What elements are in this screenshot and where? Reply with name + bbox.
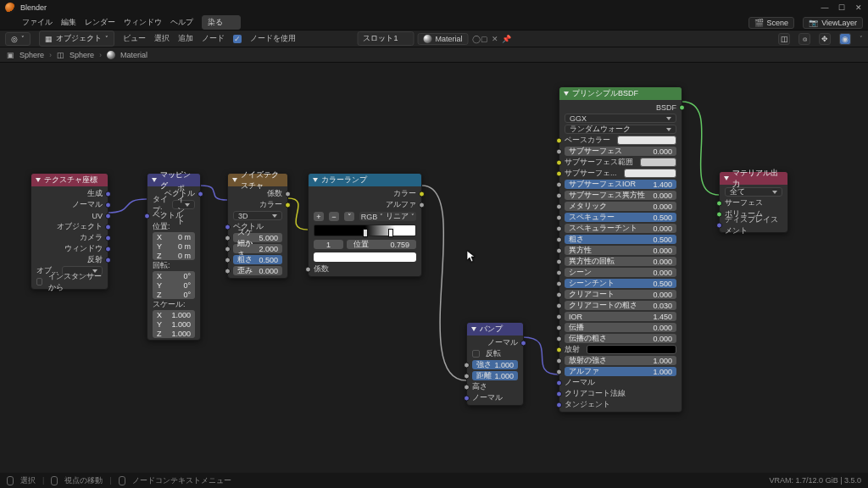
window-min-button[interactable]: — — [821, 3, 829, 12]
menu-window[interactable]: ウィンドウ — [124, 17, 162, 28]
field-スペキュラー[interactable]: スペキュラー0.500 — [559, 212, 682, 223]
field-スペキュラーチント[interactable]: スペキュラーチント0.000 — [559, 223, 682, 234]
node-color-ramp[interactable]: カラーランプ カラー アルファ + − ˅ RGB˅リニア˅ 1 位置0.759… — [308, 173, 422, 277]
node-bump[interactable]: バンプ ノーマル 反転 強さ1.000 距離1.000 高さ ノーマル — [466, 322, 524, 406]
color-swatch[interactable] — [617, 136, 676, 145]
socket-out-color[interactable]: カラー — [228, 199, 287, 210]
mapping-type-select[interactable]: タイプ:ポイント — [147, 199, 200, 210]
workspace-tab[interactable]: 染る — [202, 15, 241, 30]
collapse-icon[interactable] — [724, 176, 729, 180]
material-user-icon[interactable]: ◯▢ — [472, 35, 488, 43]
menu-help[interactable]: ヘルプ — [170, 17, 193, 28]
material-slot-select[interactable]: スロット1 — [357, 31, 414, 46]
menu-node[interactable]: ノード — [202, 33, 225, 44]
ramp-stop[interactable] — [363, 229, 368, 237]
collapse-icon[interactable] — [564, 92, 569, 96]
socket-in-normal[interactable]: ノーマル — [559, 377, 682, 388]
object-mode-button[interactable]: ▦オブジェクト˅ — [39, 30, 114, 47]
node-canvas[interactable]: テクスチャ座標 生成 ノーマル UV オブジェクト カメラ ウィンドウ 反射 オ… — [0, 63, 868, 473]
field-異方性の回転[interactable]: 異方性の回転0.000 — [559, 256, 682, 267]
ramp-position-field[interactable]: 位置0.759 — [347, 240, 416, 249]
socket-out-bsdf[interactable]: BSDF — [559, 102, 682, 113]
use-nodes-checkbox[interactable]: ✓ — [233, 35, 242, 43]
menu-select[interactable]: 選択 — [154, 33, 170, 44]
socket-in-base-color[interactable]: ベースカラー — [559, 135, 682, 146]
socket-out-factor[interactable]: 係数 — [228, 188, 287, 199]
socket-out-window[interactable]: ウィンドウ — [31, 243, 108, 254]
socket-out-uv[interactable]: UV — [31, 210, 108, 221]
target-select[interactable]: 全て — [720, 186, 787, 197]
location-vector[interactable]: X0 m Y0 m Z0 m — [147, 232, 200, 260]
collapse-icon[interactable] — [232, 178, 237, 182]
socket-out-generated[interactable]: 生成 — [31, 188, 108, 199]
window-max-button[interactable]: ☐ — [837, 3, 846, 12]
crumb-material[interactable]: Material — [120, 51, 147, 59]
collapse-icon[interactable] — [152, 178, 157, 182]
menu-edit[interactable]: 編集 — [61, 17, 76, 28]
node-noise-texture[interactable]: ノイズテクスチャ 係数 カラー 3D ベクトル スケール5.000 細かさ2.0… — [227, 173, 288, 279]
ramp-remove-button[interactable]: − — [329, 212, 339, 221]
socket-in-displacement[interactable]: ディスプレイスメント — [720, 219, 787, 230]
material-close-icon[interactable]: ✕ — [492, 35, 498, 43]
field-roughness[interactable]: 粗さ0.500 — [228, 254, 287, 265]
from-instancer-checkbox[interactable]: インスタンサーから — [31, 276, 108, 287]
socket-out-reflection[interactable]: 反射 — [31, 254, 108, 265]
field-emission-strength[interactable]: 放射の強さ1.000 — [559, 355, 682, 366]
color-ramp-gradient[interactable] — [314, 225, 416, 236]
field-メタリック[interactable]: メタリック0.000 — [559, 201, 682, 212]
window-close-button[interactable]: ✕ — [854, 3, 863, 12]
field-サブサーフェ...[interactable]: サブサーフェ... — [559, 168, 682, 179]
node-material-output[interactable]: マテリアル出力 全て サーフェス ボリューム ディスプレイスメント — [719, 171, 788, 233]
ramp-menu-button[interactable]: ˅ — [344, 212, 354, 221]
dimensions-select[interactable]: 3D — [228, 210, 287, 221]
field-異方性[interactable]: 異方性0.000 — [559, 245, 682, 256]
socket-in-tangent[interactable]: タンジェント — [559, 399, 682, 410]
field-IOR[interactable]: IOR1.450 — [559, 311, 682, 322]
crumb-object[interactable]: Sphere — [19, 51, 44, 59]
socket-out-color[interactable]: カラー — [309, 188, 421, 199]
field-distance[interactable]: 距離1.000 — [467, 370, 523, 381]
material-select[interactable]: Material — [418, 33, 469, 45]
field-サブサーフェスIOR[interactable]: サブサーフェスIOR1.400 — [559, 179, 682, 190]
field-サブサーフェス[interactable]: サブサーフェス0.000 — [559, 146, 682, 157]
ramp-mode-select[interactable]: RGB˅リニア˅ — [359, 212, 416, 221]
field-シーン[interactable]: シーン0.000 — [559, 267, 682, 278]
field-クリアコート[interactable]: クリアコート0.000 — [559, 289, 682, 300]
field-伝播の粗さ[interactable]: 伝播の粗さ0.000 — [559, 333, 682, 344]
ramp-add-button[interactable]: + — [314, 212, 324, 221]
socket-out-object[interactable]: オブジェクト — [31, 221, 108, 232]
editor-type-button[interactable]: ◎˅ — [5, 32, 31, 46]
socket-out-normal[interactable]: ノーマル — [467, 337, 523, 348]
collapse-icon[interactable] — [313, 178, 318, 182]
menu-view[interactable]: ビュー — [123, 33, 146, 44]
gizmo-icon[interactable]: ✥ — [819, 33, 831, 45]
scene-selector[interactable]: 🎬 Scene — [748, 17, 795, 29]
distribution-select[interactable]: GGX — [559, 113, 682, 124]
ramp-stop[interactable] — [388, 229, 393, 237]
node-texture-coordinate[interactable]: テクスチャ座標 生成 ノーマル UV オブジェクト カメラ ウィンドウ 反射 オ… — [31, 173, 108, 290]
socket-out-alpha[interactable]: アルファ — [309, 199, 421, 210]
socket-in-normal[interactable]: ノーマル — [467, 392, 523, 403]
field-クリアコートの粗さ[interactable]: クリアコートの粗さ0.030 — [559, 300, 682, 311]
socket-in-clearcoat-normal[interactable]: クリアコート法線 — [559, 388, 682, 399]
field-detail[interactable]: 細かさ2.000 — [228, 243, 287, 254]
options-caret-icon[interactable]: ˅ — [860, 36, 863, 42]
socket-in-emission[interactable]: 放射 — [559, 344, 682, 355]
socket-in-factor[interactable]: 係数 — [309, 263, 421, 274]
color-swatch[interactable] — [587, 345, 676, 354]
node-mapping[interactable]: マッピング ベクトル タイプ:ポイント ベクトル 位置: X0 m Y0 m Z… — [147, 173, 201, 341]
collapse-icon[interactable] — [471, 327, 476, 331]
color-swatch[interactable] — [640, 158, 676, 167]
field-strength[interactable]: 強さ1.000 — [467, 359, 523, 370]
socket-in-surface[interactable]: サーフェス — [720, 197, 787, 208]
ramp-index-field[interactable]: 1 — [314, 240, 343, 249]
menu-render[interactable]: レンダー — [85, 17, 115, 28]
shading-icon[interactable]: ◉ — [839, 33, 851, 45]
menu-add[interactable]: 追加 — [178, 33, 193, 44]
crumb-mesh[interactable]: Sphere — [70, 51, 94, 59]
pin-icon[interactable]: 📌 — [502, 35, 511, 43]
rotation-vector[interactable]: X0° Y0° Z0° — [147, 271, 200, 299]
field-シーンチント[interactable]: シーンチント0.500 — [559, 278, 682, 289]
snap-icon[interactable]: ⌾ — [798, 33, 810, 45]
socket-in-vector[interactable]: ベクトル — [147, 210, 200, 221]
